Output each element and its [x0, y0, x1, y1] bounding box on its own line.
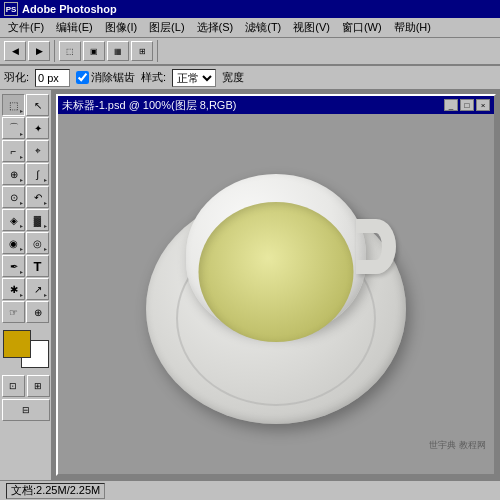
- tool-row-1: ⬚▸ ↖: [2, 94, 49, 116]
- title-bar: PS Adobe Photoshop: [0, 0, 500, 18]
- document-title: 未标器-1.psd @ 100%(图层 8,RGB): [62, 98, 236, 113]
- crop-tool-btn[interactable]: ⌐▸: [2, 140, 25, 162]
- tool-row-6: ◈▸ ▓▸: [2, 209, 49, 231]
- marquee-tool-btn[interactable]: ⬚▸: [2, 94, 25, 116]
- document-canvas: 世宇典 教程网: [58, 114, 494, 474]
- antialias-label: 消除锯齿: [91, 70, 135, 85]
- menu-bar: 文件(F) 编辑(E) 图像(I) 图层(L) 选择(S) 滤镜(T) 视图(V…: [0, 18, 500, 38]
- heal-tool-btn[interactable]: ⊕▸: [2, 163, 25, 185]
- pen-tool-btn[interactable]: ✒▸: [2, 255, 25, 277]
- view-btn-1[interactable]: ⬚: [59, 41, 81, 61]
- canvas-area: 未标器-1.psd @ 100%(图层 8,RGB) _ □ ×: [52, 90, 500, 480]
- magic-wand-btn[interactable]: ✦: [26, 117, 49, 139]
- slice-tool-btn[interactable]: ⌖: [26, 140, 49, 162]
- dodge-tool-btn[interactable]: ◎▸: [26, 232, 49, 254]
- app-title: Adobe Photoshop: [22, 3, 117, 15]
- tool-row-2: ⌒▸ ✦: [2, 117, 49, 139]
- menu-view[interactable]: 视图(V): [287, 18, 336, 37]
- menu-window[interactable]: 窗口(W): [336, 18, 388, 37]
- cup-scene: [136, 154, 416, 434]
- tool-row-9: ✱▸ ↗▸: [2, 278, 49, 300]
- menu-image[interactable]: 图像(I): [99, 18, 143, 37]
- status-bar: 文档:2.25M/2.25M: [0, 480, 500, 500]
- doc-minimize-btn[interactable]: _: [444, 99, 458, 111]
- tool-row-8: ✒▸ T: [2, 255, 49, 277]
- menu-file[interactable]: 文件(F): [2, 18, 50, 37]
- doc-info: 文档:2.25M/2.25M: [11, 483, 100, 498]
- antialias-checkbox[interactable]: [76, 71, 89, 84]
- app-icon: PS: [4, 2, 18, 16]
- toolbar: ◀ ▶ ⬚ ▣ ▦ ⊞: [0, 38, 500, 66]
- style-label: 样式:: [141, 70, 166, 85]
- doc-info-section: 文档:2.25M/2.25M: [6, 483, 105, 499]
- shape-tool-btn[interactable]: ✱▸: [2, 278, 25, 300]
- foreground-color-swatch[interactable]: [3, 330, 31, 358]
- fill-tool-btn[interactable]: ▓▸: [26, 209, 49, 231]
- standard-mode-btn[interactable]: ⊞: [27, 375, 50, 397]
- menu-filter[interactable]: 滤镜(T): [239, 18, 287, 37]
- document-controls: _ □ ×: [444, 99, 490, 111]
- path-select-btn[interactable]: ↗▸: [26, 278, 49, 300]
- menu-select[interactable]: 选择(S): [191, 18, 240, 37]
- cup-body: [186, 174, 366, 334]
- hand-tool-btn[interactable]: ☞: [2, 301, 25, 323]
- menu-edit[interactable]: 编辑(E): [50, 18, 99, 37]
- move-tool-btn[interactable]: ↖: [26, 94, 49, 116]
- width-label: 宽度: [222, 70, 244, 85]
- history-btn[interactable]: ↶▸: [26, 186, 49, 208]
- toolbar-nav-group: ◀ ▶: [4, 40, 55, 62]
- screen-mode-btn[interactable]: ⊟: [2, 399, 50, 421]
- document-window: 未标器-1.psd @ 100%(图层 8,RGB) _ □ ×: [56, 94, 496, 476]
- cup-handle: [356, 219, 396, 274]
- tool-row-7: ◉▸ ◎▸: [2, 232, 49, 254]
- tool-row-5: ⊙▸ ↶▸: [2, 186, 49, 208]
- document-title-bar: 未标器-1.psd @ 100%(图层 8,RGB) _ □ ×: [58, 96, 494, 114]
- tool-row-4: ⊕▸ ∫▸: [2, 163, 49, 185]
- eraser-tool-btn[interactable]: ◈▸: [2, 209, 25, 231]
- antialias-checkbox-label[interactable]: 消除锯齿: [76, 70, 135, 85]
- menu-help[interactable]: 帮助(H): [388, 18, 437, 37]
- style-select[interactable]: 正常: [172, 69, 216, 87]
- tool-row-3: ⌐▸ ⌖: [2, 140, 49, 162]
- brush-tool-btn[interactable]: ∫▸: [26, 163, 49, 185]
- tea-surface: [199, 202, 354, 342]
- zoom-tool-btn[interactable]: ⊕: [26, 301, 49, 323]
- main-area: ⬚▸ ↖ ⌒▸ ✦ ⌐▸ ⌖ ⊕▸ ∫▸ ⊙▸ ↶▸ ◈▸ ▓▸ ◉▸: [0, 90, 500, 480]
- options-bar: 羽化: 消除锯齿 样式: 正常 宽度: [0, 66, 500, 90]
- tool-row-10: ☞ ⊕: [2, 301, 49, 323]
- toolbox: ⬚▸ ↖ ⌒▸ ✦ ⌐▸ ⌖ ⊕▸ ∫▸ ⊙▸ ↶▸ ◈▸ ▓▸ ◉▸: [0, 90, 52, 480]
- view-btn-2[interactable]: ▣: [83, 41, 105, 61]
- stamp-tool-btn[interactable]: ⊙▸: [2, 186, 25, 208]
- feather-input[interactable]: [35, 69, 70, 87]
- lasso-tool-btn[interactable]: ⌒▸: [2, 117, 25, 139]
- quick-mask-btn[interactable]: ⊡: [2, 375, 25, 397]
- toolbar-view-group: ⬚ ▣ ▦ ⊞: [59, 40, 158, 62]
- color-swatches: [3, 330, 49, 368]
- view-btn-4[interactable]: ⊞: [131, 41, 153, 61]
- doc-close-btn[interactable]: ×: [476, 99, 490, 111]
- menu-layer[interactable]: 图层(L): [143, 18, 190, 37]
- view-btn-3[interactable]: ▦: [107, 41, 129, 61]
- doc-maximize-btn[interactable]: □: [460, 99, 474, 111]
- text-tool-btn[interactable]: T: [26, 255, 49, 277]
- feather-label: 羽化:: [4, 70, 29, 85]
- watermark: 世宇典 教程网: [429, 439, 486, 452]
- forward-button[interactable]: ▶: [28, 41, 50, 61]
- blur-tool-btn[interactable]: ◉▸: [2, 232, 25, 254]
- back-button[interactable]: ◀: [4, 41, 26, 61]
